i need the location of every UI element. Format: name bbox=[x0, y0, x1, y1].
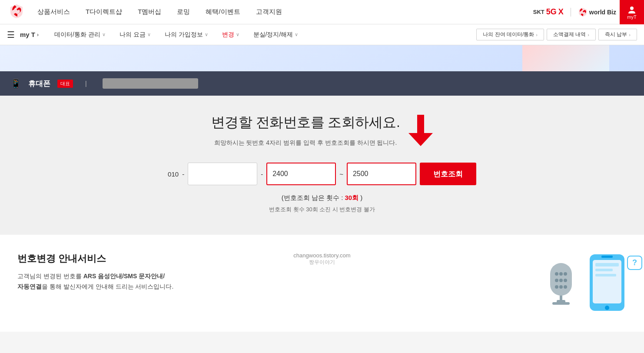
chevron-icon: ∨ bbox=[295, 32, 298, 37]
bottom-desc: 고객님의 변경된 번호를 ARS 음성안내/SMS 문자안내/ 자동연결을 통해… bbox=[17, 271, 220, 292]
svg-rect-24 bbox=[595, 274, 616, 276]
number-search-button[interactable]: 번호조회 bbox=[420, 163, 476, 185]
svg-point-10 bbox=[559, 272, 563, 276]
microphone-icon bbox=[546, 259, 576, 306]
menu-item-direct[interactable]: T다이렉트샵 bbox=[86, 8, 122, 16]
site-url: changwoos.tistory.com bbox=[293, 252, 350, 259]
banner-strip bbox=[0, 45, 644, 71]
svg-rect-23 bbox=[595, 269, 613, 271]
menu-my-fee[interactable]: 나의 요금 ∨ bbox=[113, 24, 158, 45]
second-menu: 데이터/통화 관리 ∨ 나의 요금 ∨ 나의 가입정보 ∨ 변경 ∨ 분실/정지… bbox=[47, 24, 474, 45]
microphone-illustration bbox=[546, 259, 581, 308]
banner-image bbox=[522, 45, 609, 71]
myt-nav-label[interactable]: my T › bbox=[20, 31, 39, 38]
quick-link-payment[interactable]: 소액결제 내역 › bbox=[547, 29, 596, 40]
svg-point-9 bbox=[555, 272, 558, 276]
main-subtitle: 희망하시는 뒷번호 4자리 범위를 입력 후 번호조회를 하시면 됩니다. bbox=[211, 139, 400, 147]
skt-text: SKT bbox=[533, 9, 544, 15]
quick-links: 나의 잔여 데이터/통화 › 소액결제 내역 › 즉시 납부 › bbox=[474, 29, 637, 40]
phone-header: 📱 휴대폰 대표 | bbox=[0, 71, 644, 96]
site-name: 짱우이야기 bbox=[309, 259, 335, 266]
menu-change[interactable]: 변경 ∨ bbox=[215, 24, 246, 45]
svg-rect-3 bbox=[417, 115, 424, 133]
phone-range-end-input[interactable] bbox=[347, 163, 416, 185]
phone-device-icon bbox=[588, 252, 627, 313]
divider-bar: | bbox=[85, 80, 87, 87]
speech-bubble: ? bbox=[627, 256, 642, 270]
arrow-icon: › bbox=[629, 32, 631, 37]
menu-item-support[interactable]: 고객지원 bbox=[256, 8, 282, 16]
separator-tilde: ~ bbox=[339, 170, 343, 178]
number-search-form: 010 - - ~ 번호조회 bbox=[9, 163, 635, 185]
bottom-section: 번호변경 안내서비스 고객님의 변경된 번호를 ARS 음성안내/SMS 문자안… bbox=[0, 235, 644, 332]
svg-point-17 bbox=[564, 285, 567, 289]
watermark-area: changwoos.tistory.com 짱우이야기 bbox=[220, 252, 423, 266]
top-navigation: 상품서비스 T다이렉트샵 T멤버십 로밍 혜택/이벤트 고객지원 SKT 5G … bbox=[0, 0, 644, 24]
bottom-description: 번호변경 안내서비스 고객님의 변경된 번호를 ARS 음성안내/SMS 문자안… bbox=[17, 252, 220, 292]
menu-item-membership[interactable]: T멤버십 bbox=[138, 8, 161, 16]
mobile-icon: 📱 bbox=[10, 78, 21, 89]
down-arrow-icon bbox=[408, 115, 433, 146]
svg-point-16 bbox=[559, 285, 563, 289]
myt-button[interactable]: myT bbox=[620, 0, 644, 24]
main-menu: 상품서비스 T다이렉트샵 T멤버십 로밍 혜택/이벤트 고객지원 bbox=[37, 8, 533, 16]
phone-range-start-input[interactable] bbox=[266, 163, 336, 185]
chevron-icon: ∨ bbox=[102, 32, 106, 37]
myt-chevron-icon: › bbox=[37, 32, 39, 38]
t-logo-icon bbox=[578, 7, 588, 17]
logo[interactable] bbox=[9, 3, 24, 20]
user-icon bbox=[627, 5, 637, 14]
daepyo-badge: 대표 bbox=[57, 80, 73, 88]
world-biz-text: world Biz bbox=[589, 9, 616, 16]
main-title-area: 변경할 전화번호를 조회하세요. 희망하시는 뒷번호 4자리 범위를 입력 후 … bbox=[211, 113, 400, 163]
separator-1: - bbox=[182, 170, 184, 178]
svg-point-13 bbox=[559, 279, 563, 282]
arrow-icon: › bbox=[536, 32, 538, 37]
svg-marker-4 bbox=[408, 133, 433, 146]
divider bbox=[571, 8, 571, 17]
phone-title: 휴대폰 bbox=[28, 79, 50, 89]
phone-number-masked bbox=[103, 78, 198, 89]
bottom-illustration: ? bbox=[424, 252, 627, 314]
main-content-area: 변경할 전화번호를 조회하세요. 희망하시는 뒷번호 4자리 범위를 입력 후 … bbox=[0, 96, 644, 235]
menu-lost[interactable]: 분실/정지/해제 ∨ bbox=[246, 24, 305, 45]
svg-point-11 bbox=[564, 272, 567, 276]
quick-link-data[interactable]: 나의 잔여 데이터/통화 › bbox=[476, 29, 544, 40]
menu-item-benefits[interactable]: 혜택/이벤트 bbox=[206, 8, 240, 16]
skt-x-text: X bbox=[558, 7, 564, 17]
arrow-icon: › bbox=[588, 32, 589, 37]
menu-item-roaming[interactable]: 로밍 bbox=[177, 8, 190, 16]
skt-5g-text: 5G bbox=[546, 7, 557, 17]
menu-my-subscription[interactable]: 나의 가입정보 ∨ bbox=[158, 24, 215, 45]
main-title: 변경할 전화번호를 조회하세요. bbox=[211, 113, 400, 132]
red-arrow-indicator bbox=[408, 113, 433, 147]
phone-illustration: ? bbox=[588, 252, 627, 314]
bottom-title: 번호변경 안내서비스 bbox=[17, 252, 220, 265]
svg-rect-22 bbox=[595, 263, 619, 266]
svg-point-15 bbox=[555, 285, 558, 289]
phone-middle-input[interactable] bbox=[188, 163, 257, 185]
myt-label: myT bbox=[627, 14, 636, 20]
chevron-icon: ∨ bbox=[147, 32, 151, 37]
svg-rect-20 bbox=[601, 256, 613, 258]
phone-prefix: 010 bbox=[168, 170, 179, 178]
quick-link-pay-now[interactable]: 즉시 납부 › bbox=[598, 29, 637, 40]
second-navigation: ☰ my T › 데이터/통화 관리 ∨ 나의 요금 ∨ 나의 가입정보 ∨ 변… bbox=[0, 24, 644, 45]
world-biz-logo[interactable]: world Biz bbox=[578, 7, 616, 17]
svg-point-12 bbox=[555, 279, 558, 282]
menu-item-products[interactable]: 상품서비스 bbox=[37, 8, 70, 16]
svg-point-14 bbox=[564, 279, 567, 282]
remaining-count: 30회 bbox=[345, 194, 359, 201]
skt-logo: SKT 5G X bbox=[533, 7, 564, 17]
svg-point-21 bbox=[605, 306, 609, 310]
svg-rect-6 bbox=[552, 302, 570, 305]
hamburger-icon[interactable]: ☰ bbox=[7, 30, 15, 40]
search-count-note: (번호조회 남은 횟수 : 30회 ) bbox=[9, 194, 635, 202]
chevron-icon: ∨ bbox=[236, 32, 239, 37]
separator-2: - bbox=[261, 170, 263, 178]
menu-data-management[interactable]: 데이터/통화 관리 ∨ bbox=[47, 24, 113, 45]
search-warning: 번호조회 횟수 30회 소진 시 번호변경 불가 bbox=[9, 206, 635, 213]
chevron-icon: ∨ bbox=[205, 32, 208, 37]
svg-point-2 bbox=[630, 7, 634, 10]
